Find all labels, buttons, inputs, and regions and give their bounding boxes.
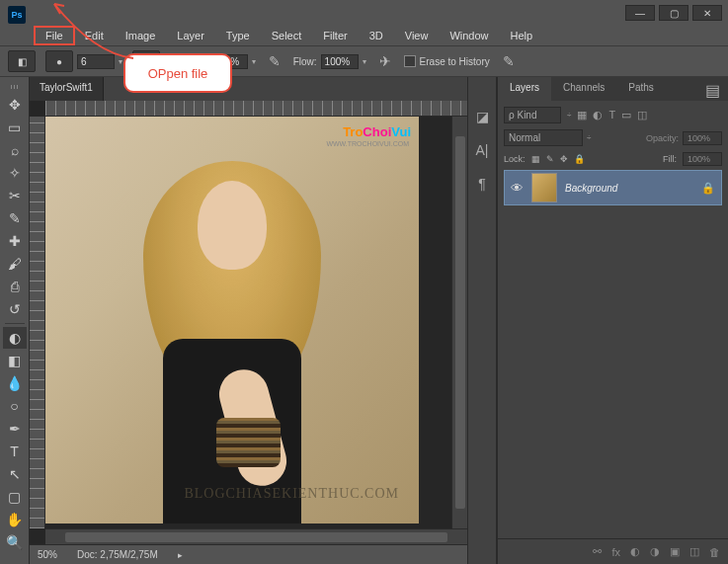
layer-opacity-label: Opacity:: [646, 133, 679, 143]
scrollbar-vertical[interactable]: [451, 117, 467, 528]
chevron-down-icon[interactable]: ▾: [252, 57, 256, 66]
chevron-down-icon[interactable]: ÷: [567, 111, 571, 120]
layers-panel-footer: ⚯ fx ◐ ◑ ▣ ◫ 🗑: [498, 538, 728, 564]
link-layers-icon[interactable]: ⚯: [593, 545, 602, 558]
title-bar: — ▢ ✕: [0, 0, 728, 26]
path-tool[interactable]: ↖: [3, 463, 27, 485]
filter-pixel-icon[interactable]: ▦: [577, 109, 587, 121]
menu-window[interactable]: Window: [440, 28, 498, 43]
trash-icon[interactable]: 🗑: [709, 546, 720, 558]
status-menu-icon[interactable]: ▸: [178, 550, 183, 560]
menu-type[interactable]: Type: [216, 28, 260, 43]
pressure-opacity-icon[interactable]: ✎: [266, 52, 283, 70]
gradient-tool[interactable]: ◧: [3, 350, 27, 371]
layers-panel: Layers Channels Paths ▤ ρ Kind ÷ ▦ ◐ T ▭…: [497, 77, 728, 564]
rectangle-tool[interactable]: ▢: [3, 486, 27, 508]
color-panel-icon[interactable]: ◪: [472, 107, 492, 126]
chevron-down-icon[interactable]: ÷: [587, 133, 591, 142]
canvas[interactable]: TroChoiVui WWW.TROCHOIVUI.COM BLOGCHIASE…: [45, 117, 451, 528]
scrollbar-horizontal[interactable]: [45, 528, 467, 544]
filter-type-icon[interactable]: T: [608, 109, 615, 121]
erase-history-label: Erase to History: [420, 56, 490, 67]
crop-tool[interactable]: ✂: [3, 185, 27, 206]
flow-input[interactable]: 100%: [321, 54, 359, 69]
document-tab[interactable]: TaylorSwift1: [30, 77, 104, 101]
healing-tool[interactable]: ✚: [3, 230, 27, 252]
group-icon[interactable]: ▣: [670, 545, 680, 558]
panel-menu-icon[interactable]: ▤: [697, 77, 728, 101]
lock-transparency-icon[interactable]: ▦: [531, 154, 540, 164]
watermark-blog: BLOGCHIASEKIENTHUC.COM: [184, 486, 399, 502]
watermark-url: WWW.TROCHOIVUI.COM: [326, 140, 409, 147]
filter-shape-icon[interactable]: ▭: [621, 109, 631, 121]
zoom-level[interactable]: 50%: [38, 549, 57, 560]
lock-position-icon[interactable]: ✥: [560, 154, 568, 164]
erase-history-checkbox[interactable]: [404, 55, 416, 67]
filter-adjust-icon[interactable]: ◐: [593, 109, 603, 121]
zoom-tool[interactable]: 🔍: [3, 531, 27, 553]
blur-tool[interactable]: 💧: [3, 372, 27, 394]
lock-all-icon[interactable]: 🔒: [574, 154, 585, 164]
hand-tool[interactable]: ✋: [3, 509, 27, 530]
layer-filter-kind[interactable]: ρ Kind: [504, 107, 561, 123]
menu-select[interactable]: Select: [262, 28, 312, 43]
fill-input[interactable]: 100%: [683, 152, 722, 166]
lock-label: Lock:: [504, 154, 526, 164]
pressure-size-icon[interactable]: ✎: [500, 52, 518, 70]
document-image: TroChoiVui WWW.TROCHOIVUI.COM BLOGCHIASE…: [45, 117, 419, 524]
menu-3d[interactable]: 3D: [360, 28, 393, 43]
tab-paths[interactable]: Paths: [616, 77, 666, 101]
menu-layer[interactable]: Layer: [167, 28, 214, 43]
watermark-logo: TroChoiVui: [343, 124, 411, 139]
eyedropper-tool[interactable]: ✎: [3, 207, 27, 229]
pen-tool[interactable]: ✒: [3, 418, 27, 440]
panel-grip[interactable]: [7, 85, 23, 89]
new-layer-icon[interactable]: ◫: [689, 545, 699, 558]
ruler-vertical[interactable]: [30, 117, 45, 528]
chevron-down-icon[interactable]: ▾: [363, 57, 366, 66]
blend-mode-select[interactable]: Normal: [504, 129, 583, 146]
doc-size-label: Doc:: [77, 549, 98, 560]
layer-opacity-input[interactable]: 100%: [683, 131, 722, 145]
minimize-button[interactable]: —: [625, 5, 655, 21]
filter-smart-icon[interactable]: ◫: [637, 109, 647, 121]
wand-tool[interactable]: ✧: [3, 162, 27, 184]
brush-preset-picker[interactable]: ●: [45, 50, 73, 72]
visibility-icon[interactable]: 👁: [511, 181, 524, 196]
layer-name[interactable]: Background: [565, 183, 617, 194]
move-tool[interactable]: ✥: [3, 94, 27, 116]
history-brush-tool[interactable]: ↺: [3, 298, 27, 320]
menu-file[interactable]: File: [36, 28, 73, 43]
ruler-horizontal[interactable]: [45, 101, 467, 117]
menu-view[interactable]: View: [395, 28, 439, 43]
eraser-tool[interactable]: ◐: [3, 327, 27, 349]
marquee-tool[interactable]: ▭: [3, 117, 27, 138]
tool-preset-picker[interactable]: ◧: [8, 50, 36, 72]
close-button[interactable]: ✕: [692, 5, 722, 21]
fx-icon[interactable]: fx: [611, 546, 620, 558]
character-panel-icon[interactable]: A|: [472, 140, 492, 160]
tab-channels[interactable]: Channels: [551, 77, 616, 101]
app-logo: Ps: [8, 6, 26, 24]
type-tool[interactable]: T: [3, 441, 27, 462]
tab-layers[interactable]: Layers: [498, 77, 551, 101]
document-area: TaylorSwift1 TroChoiVui WWW.TRO: [30, 77, 467, 564]
maximize-button[interactable]: ▢: [659, 5, 688, 21]
brush-tool[interactable]: 🖌: [3, 253, 27, 275]
stamp-tool[interactable]: ⎙: [3, 276, 27, 297]
lasso-tool[interactable]: ⌕: [3, 139, 27, 161]
document-tab-bar: TaylorSwift1: [30, 77, 467, 101]
layer-thumbnail[interactable]: [531, 173, 557, 202]
paragraph-panel-icon[interactable]: ¶: [472, 174, 492, 194]
adjustment-icon[interactable]: ◑: [650, 545, 660, 558]
airbrush-icon[interactable]: ✈: [376, 52, 394, 70]
menu-filter[interactable]: Filter: [313, 28, 357, 43]
mask-icon[interactable]: ◐: [630, 545, 640, 558]
dodge-tool[interactable]: ○: [3, 395, 27, 417]
doc-size-value: 2,75M/2,75M: [100, 549, 157, 560]
lock-pixels-icon[interactable]: ✎: [546, 154, 554, 164]
menu-help[interactable]: Help: [501, 28, 543, 43]
status-bar: 50% Doc: 2,75M/2,75M ▸: [30, 544, 467, 564]
layer-lock-icon: 🔒: [701, 182, 715, 195]
layer-row-background[interactable]: 👁 Background 🔒: [504, 170, 722, 205]
